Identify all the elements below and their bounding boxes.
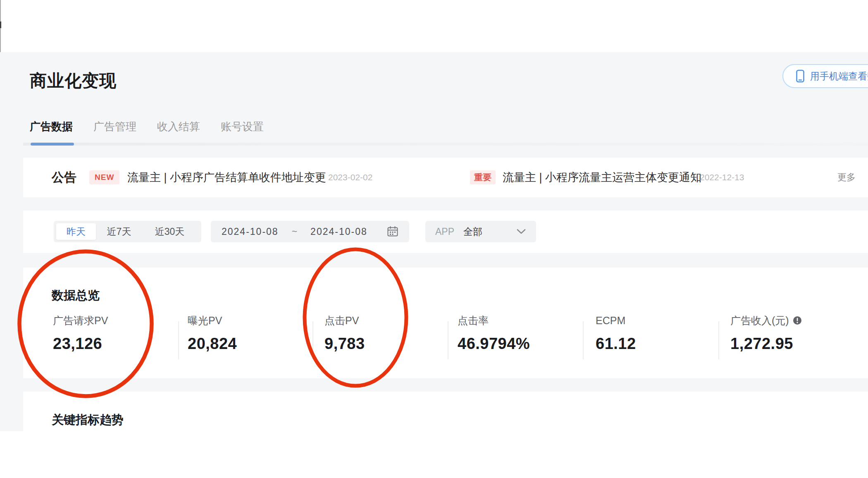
calendar-icon[interactable] — [387, 226, 398, 237]
metric-impression-pv: 曝光PV 20,824 — [188, 315, 237, 353]
active-tab-underline — [31, 143, 74, 146]
range-last7days-button[interactable]: 近7天 — [96, 223, 142, 240]
metric-label: 点击率 — [458, 315, 489, 326]
metric-value: 61.12 — [596, 335, 636, 353]
tab-ad-management[interactable]: 广告管理 — [93, 120, 136, 134]
metric-divider — [448, 321, 448, 359]
metric-label: 点击PV — [324, 315, 359, 326]
announcement-date: 2023-02-02 — [328, 172, 372, 182]
app-filter-value: 全部 — [463, 225, 482, 238]
range-yesterday-button[interactable]: 昨天 — [56, 223, 96, 240]
filter-card: 昨天 近7天 近30天 2024-10-08 ~ 2024-10-08 — [23, 210, 868, 253]
new-badge: NEW — [89, 170, 119, 184]
announcement-link[interactable]: 流量主 | 小程序广告结算单收件地址变更 — [127, 170, 326, 185]
window-edge-notch — [0, 22, 1, 28]
metric-label: 广告请求PV — [53, 315, 108, 326]
date-end-value: 2024-10-08 — [310, 226, 367, 237]
metric-ad-revenue: 广告收入(元) 1,272.95 — [730, 315, 802, 353]
view-on-mobile-label: 用手机端查看数据 — [810, 70, 868, 83]
metric-value: 9,783 — [324, 335, 365, 353]
tab-bar: 广告数据 广告管理 收入结算 账号设置 — [30, 120, 264, 134]
app-filter-label: APP — [435, 226, 454, 237]
metric-label: 广告收入(元) — [730, 315, 789, 326]
metric-value: 23,126 — [53, 335, 108, 353]
tab-track — [23, 143, 868, 146]
key-metrics-trend-heading: 关键指标趋势 — [52, 412, 124, 428]
metric-click-pv: 点击PV 9,783 — [324, 315, 365, 353]
metric-divider — [583, 321, 584, 359]
metric-divider — [178, 321, 179, 359]
data-overview-heading: 数据总览 — [52, 287, 100, 304]
chevron-down-icon — [516, 229, 526, 234]
metric-label: ECPM — [596, 315, 625, 326]
range-last30days-button[interactable]: 近30天 — [142, 223, 197, 240]
phone-icon — [796, 69, 805, 83]
metric-ad-request-pv: 广告请求PV 23,126 — [53, 315, 108, 353]
announcement-link[interactable]: 流量主 | 小程序流量主运营主体变更通知 — [503, 170, 701, 185]
metric-value: 46.9794% — [458, 335, 530, 353]
view-on-mobile-button[interactable]: 用手机端查看数据 — [782, 64, 868, 88]
date-range-separator: ~ — [292, 226, 297, 237]
announcement-heading: 公告 — [52, 169, 76, 186]
date-range-segmented-control: 昨天 近7天 近30天 — [54, 221, 201, 242]
tab-ad-data[interactable]: 广告数据 — [30, 120, 73, 134]
data-overview-card: 数据总览 广告请求PV 23,126 曝光PV 20,824 点击PV 9,78… — [23, 268, 868, 378]
metric-label: 曝光PV — [188, 315, 222, 326]
metric-value: 1,272.95 — [730, 335, 802, 353]
page-title: 商业化变现 — [30, 69, 117, 92]
monetization-dashboard: 商业化变现 用手机端查看数据 广告数据 广告管理 收入结算 账号设置 公告 NE… — [0, 0, 868, 478]
app-filter-select[interactable]: APP 全部 — [425, 221, 536, 242]
metric-click-rate: 点击率 46.9794% — [458, 315, 530, 353]
key-metrics-trend-card: 关键指标趋势 — [23, 392, 868, 431]
metric-value: 20,824 — [188, 335, 237, 353]
date-start-value: 2024-10-08 — [222, 226, 279, 237]
important-badge: 重要 — [470, 170, 496, 184]
date-range-picker[interactable]: 2024-10-08 ~ 2024-10-08 — [211, 221, 409, 242]
tab-account-settings[interactable]: 账号设置 — [221, 120, 264, 134]
announcement-date: 2022-12-13 — [700, 172, 744, 182]
info-icon[interactable] — [793, 316, 802, 325]
tab-revenue-settlement[interactable]: 收入结算 — [157, 120, 200, 134]
metric-ecpm: ECPM 61.12 — [596, 315, 636, 353]
announcement-card: 公告 NEW 流量主 | 小程序广告结算单收件地址变更 2023-02-02 重… — [23, 158, 868, 197]
metric-divider — [718, 321, 719, 359]
metric-divider — [312, 321, 313, 359]
more-announcements-link[interactable]: 更多 — [837, 171, 856, 184]
